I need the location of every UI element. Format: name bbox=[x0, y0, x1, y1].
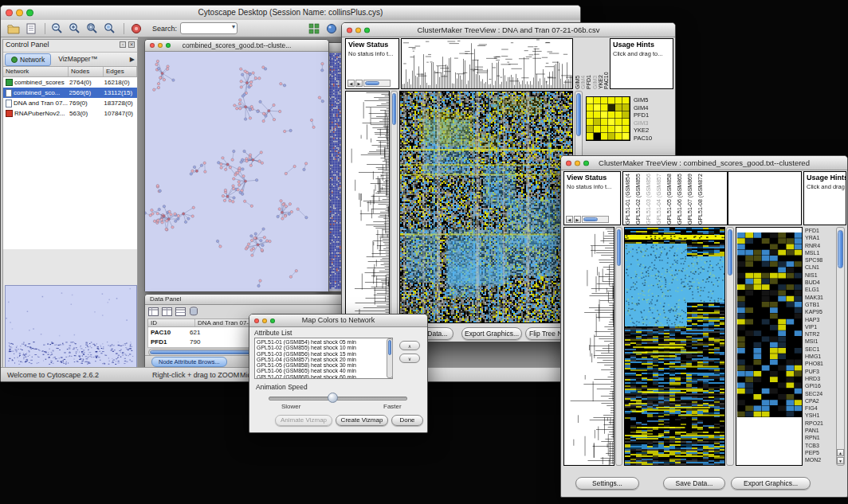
zoom-button[interactable] bbox=[166, 43, 171, 48]
vizmap-icon[interactable] bbox=[324, 21, 339, 36]
gene-label[interactable]: SEC1 bbox=[805, 346, 835, 353]
close-button[interactable] bbox=[6, 10, 13, 17]
edge-table-icon[interactable] bbox=[162, 305, 172, 319]
attribute-table-icon[interactable] bbox=[148, 305, 159, 319]
close-button[interactable] bbox=[566, 160, 571, 166]
gene-label[interactable]: CPA2 bbox=[805, 397, 835, 404]
attribute-item[interactable]: GPL51-02 (GSM855) heat shock 10 min bbox=[257, 345, 391, 350]
column-label[interactable]: GPL51-06 (GSM865) bbox=[677, 174, 685, 225]
network-table-row[interactable]: DNA and Tran 07... 769(0) 183728(0) bbox=[3, 98, 137, 108]
attribute-item[interactable]: GPL51-04 (GSM857) heat shock 20 min bbox=[257, 357, 391, 362]
search-input[interactable]: ▾ bbox=[180, 22, 238, 34]
gene-label[interactable]: VIP1 bbox=[805, 323, 835, 330]
minimize-button[interactable] bbox=[262, 318, 267, 323]
gene-label[interactable]: YSH1 bbox=[805, 412, 835, 419]
network-table-header-cell[interactable]: Network bbox=[3, 67, 69, 76]
gene-label[interactable]: BUD4 bbox=[805, 279, 835, 286]
gene-label[interactable]: MAK31 bbox=[805, 294, 835, 301]
scroll-right-icon[interactable]: ▶ bbox=[355, 80, 363, 87]
zoom-button[interactable] bbox=[583, 160, 589, 166]
column-label[interactable]: GPL51-01 (GSM854) bbox=[625, 174, 634, 225]
scroll-thumb[interactable] bbox=[388, 340, 391, 355]
network-table-row[interactable]: combined_sco... 2569(6) 13112(15) bbox=[3, 88, 137, 98]
gene-label[interactable]: RPN1 bbox=[805, 434, 835, 441]
import-icon[interactable] bbox=[23, 21, 38, 36]
minimize-button[interactable] bbox=[158, 43, 163, 48]
attribute-item[interactable]: GPL51-06 (GSM865) heat shock 40 min bbox=[257, 368, 391, 373]
grid-icon[interactable] bbox=[306, 21, 321, 36]
gene-label[interactable]: SEC24 bbox=[805, 390, 835, 397]
zoom-button[interactable] bbox=[364, 27, 370, 33]
gene-label[interactable]: SPC98 bbox=[805, 256, 835, 264]
scroll-thumb[interactable] bbox=[728, 229, 732, 275]
column-label[interactable]: GPL51-03 (GSM856) bbox=[646, 174, 654, 225]
gene-label[interactable]: MSI1 bbox=[805, 338, 835, 345]
zoom-heatmap-canvas[interactable] bbox=[737, 232, 803, 417]
dialog-button[interactable]: Animate Vizmap bbox=[275, 415, 332, 426]
scroll-thumb[interactable] bbox=[365, 81, 379, 85]
data-table-header-id[interactable]: ID bbox=[148, 319, 195, 326]
gene-label[interactable]: GIM4 bbox=[634, 104, 672, 112]
gene-label[interactable]: HRD3 bbox=[805, 375, 835, 382]
view-status-scrollbar[interactable]: ◀ ▶ bbox=[566, 215, 609, 223]
gene-label[interactable]: MON2 bbox=[805, 456, 835, 463]
gene-label[interactable]: PFD1 bbox=[805, 227, 835, 234]
gene-label[interactable]: GIM5 bbox=[634, 96, 672, 104]
scroll-left-icon[interactable]: ◀ bbox=[566, 216, 573, 223]
column-label[interactable]: GIM5 bbox=[575, 40, 579, 89]
gene-label[interactable]: PFD1 bbox=[634, 111, 672, 119]
column-label[interactable]: PFD1 bbox=[586, 40, 591, 89]
treeview1-dendrogram-vscrollbar[interactable] bbox=[391, 91, 398, 323]
attribute-item[interactable]: GPL51-01 (GSM854) heat shock 05 min bbox=[257, 339, 391, 345]
close-button[interactable] bbox=[347, 27, 352, 33]
gene-label[interactable]: GPI16 bbox=[805, 382, 835, 389]
animation-speed-slider-thumb[interactable] bbox=[328, 393, 338, 403]
close-icon[interactable]: ✕ bbox=[128, 41, 135, 48]
gene-label[interactable]: NTR2 bbox=[805, 330, 835, 338]
treeview-button[interactable]: Export Graphics... bbox=[731, 477, 811, 490]
move-down-button[interactable]: ∨ bbox=[399, 354, 420, 363]
network-overview-thumbnail[interactable] bbox=[5, 285, 137, 368]
snapshot-icon[interactable] bbox=[128, 21, 143, 36]
main-titlebar[interactable]: Cytoscape Desktop (Session Name: collins… bbox=[1, 6, 580, 21]
gene-label[interactable]: NIS1 bbox=[805, 272, 835, 279]
scroll-right-icon[interactable]: ▶ bbox=[574, 216, 581, 223]
gene-label[interactable]: PEP5 bbox=[805, 449, 835, 456]
network-table-header-cell[interactable]: Nodes bbox=[69, 67, 104, 76]
attribute-item[interactable]: GPL51-07 (GSM868) heat shock 60 min bbox=[257, 374, 391, 379]
scroll-track[interactable] bbox=[582, 216, 609, 223]
gene-label[interactable]: PUF3 bbox=[805, 368, 835, 375]
dialog-titlebar[interactable]: Map Colors to Network bbox=[249, 315, 427, 327]
zoom-fit-icon[interactable] bbox=[84, 21, 100, 36]
close-button[interactable] bbox=[150, 43, 155, 48]
close-button[interactable] bbox=[254, 318, 259, 323]
dialog-button[interactable]: Create Vizmap bbox=[336, 415, 388, 426]
zoom-out-icon[interactable] bbox=[49, 21, 65, 36]
heatmap-canvas[interactable] bbox=[400, 92, 572, 322]
treeview-button[interactable]: Export Graphics... bbox=[461, 327, 522, 340]
gene-label[interactable]: CLN1 bbox=[805, 264, 835, 271]
minimize-button[interactable] bbox=[16, 10, 23, 17]
attribute-item[interactable]: GPL51-03 (GSM856) heat shock 15 min bbox=[257, 351, 391, 357]
gene-label[interactable]: HAP3 bbox=[805, 316, 835, 323]
zoom-button[interactable] bbox=[270, 318, 275, 323]
column-label[interactable]: YKE2 bbox=[598, 40, 603, 89]
column-label[interactable]: GPL51-05 (GSM858) bbox=[666, 174, 675, 225]
node-attribute-browser-tab[interactable]: Node Attribute Brows... bbox=[151, 357, 227, 367]
gene-label[interactable]: GIM3 bbox=[634, 119, 672, 127]
float-icon[interactable]: ▫ bbox=[120, 41, 126, 48]
animation-speed-slider-track[interactable] bbox=[269, 397, 407, 400]
data-panel-titlebar[interactable]: Data Panel bbox=[145, 295, 343, 305]
dropdown-icon[interactable]: ▾ bbox=[232, 23, 235, 30]
network-table-row[interactable]: RNAPuberNov2... 563(0) 107847(0) bbox=[3, 108, 137, 119]
move-up-button[interactable]: ∧ bbox=[399, 341, 420, 350]
gene-label[interactable]: PHO81 bbox=[805, 360, 835, 367]
view-status-scrollbar[interactable]: ◀ ▶ bbox=[347, 79, 391, 87]
column-label[interactable]: GPL51-08 (GSM872) bbox=[697, 174, 706, 225]
control-panel-tab[interactable]: Network bbox=[5, 53, 51, 66]
column-label[interactable]: GPL51-07 (GSM869) bbox=[687, 174, 696, 225]
row-dendrogram-canvas[interactable] bbox=[346, 92, 389, 322]
gene-label[interactable]: HMG1 bbox=[805, 353, 835, 360]
attribute-list-vscrollbar[interactable] bbox=[387, 338, 393, 378]
minimize-button[interactable] bbox=[355, 27, 361, 33]
